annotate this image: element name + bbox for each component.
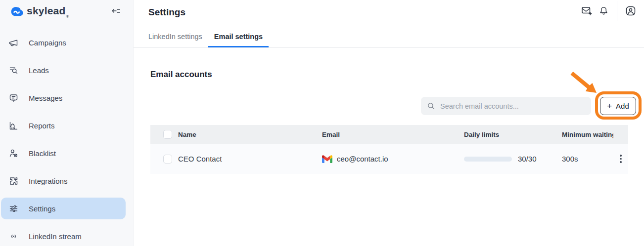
table-header-row: Name Email Daily limits Minimum waiting [150, 125, 628, 144]
registered-mark: ® [66, 14, 69, 19]
sidebar-item-integrations[interactable]: Integrations [1, 170, 126, 192]
account-email: ceo@contact.io [337, 155, 388, 163]
sidebar-item-blacklist[interactable]: Blacklist [1, 142, 126, 164]
search-icon [427, 102, 435, 110]
sidebar: skylead ® Campaigns Leads Messages Repor… [0, 0, 134, 246]
sliders-icon [8, 203, 19, 214]
sidebar-item-label: Integrations [29, 177, 67, 185]
daily-limit-progress-bar [464, 157, 512, 162]
reports-chart-icon [8, 120, 19, 131]
email-accounts-table: Name Email Daily limits Minimum waiting … [150, 125, 628, 174]
sidebar-item-linkedin-stream[interactable]: LinkedIn stream [1, 225, 126, 246]
add-email-account-button[interactable]: + Add [600, 97, 636, 115]
sidebar-item-label: Settings [29, 205, 55, 213]
add-button-label: Add [616, 102, 629, 110]
topbar: Settings [134, 0, 644, 22]
settings-tabbar: LinkedIn settings Email settings [134, 22, 644, 48]
daily-limit-value: 30/30 [518, 155, 537, 163]
sidebar-item-leads[interactable]: Leads [1, 59, 126, 81]
row-kebab-menu-icon[interactable] [618, 153, 624, 165]
sidebar-item-label: Campaigns [29, 39, 66, 47]
email-settings-panel: Email accounts + Add Name Email Daily li… [134, 48, 644, 246]
table-row: CEO Contact ceo@contact.io 30/30 300s [150, 144, 628, 174]
gmail-icon [322, 155, 332, 163]
leads-search-icon [8, 65, 19, 76]
annotation-arrow-icon [569, 69, 598, 95]
row-checkbox[interactable] [163, 155, 172, 164]
logo-row: skylead ® [0, 0, 133, 22]
sidebar-item-label: Reports [29, 122, 55, 130]
sidebar-item-reports[interactable]: Reports [1, 115, 126, 136]
section-title: Email accounts [150, 70, 212, 80]
column-header-minimum-waiting: Minimum waiting [562, 131, 613, 138]
main-area: Settings LinkedIn settings Email setting… [134, 0, 644, 246]
select-all-checkbox[interactable] [163, 130, 172, 139]
brand-name: skylead [27, 5, 65, 17]
account-avatar-icon[interactable] [622, 2, 639, 19]
sidebar-item-messages[interactable]: Messages [1, 87, 126, 109]
topbar-divider [617, 1, 617, 21]
column-header-daily-limits: Daily limits [464, 131, 562, 138]
minimum-waiting-value: 300s [562, 155, 613, 163]
account-name: CEO Contact [178, 155, 322, 163]
sidebar-item-label: LinkedIn stream [29, 232, 82, 241]
tab-email-settings[interactable]: Email settings [208, 33, 269, 47]
notifications-bell-icon[interactable] [595, 2, 612, 19]
column-header-email: Email [322, 131, 464, 138]
sidebar-item-label: Blacklist [29, 149, 56, 158]
puzzle-icon [8, 175, 19, 186]
sidebar-collapse-icon[interactable] [109, 4, 122, 17]
sidebar-item-label: Leads [29, 66, 49, 75]
blocked-user-icon [8, 148, 19, 159]
sidebar-item-campaigns[interactable]: Campaigns [1, 32, 126, 53]
search-email-accounts-input[interactable] [440, 102, 585, 110]
broadcast-icon [8, 231, 19, 242]
column-header-name: Name [178, 131, 322, 138]
sidebar-item-label: Messages [29, 94, 62, 102]
sidebar-item-settings[interactable]: Settings [1, 198, 126, 219]
skylead-cloud-logo-icon [9, 5, 24, 17]
topbar-icons [578, 1, 639, 21]
plus-icon: + [607, 102, 612, 110]
megaphone-icon [8, 37, 19, 48]
page-title: Settings [148, 4, 185, 18]
tab-linkedin-settings[interactable]: LinkedIn settings [142, 33, 208, 47]
compose-email-icon[interactable] [578, 2, 595, 19]
search-box [421, 97, 591, 115]
message-bubble-icon [8, 92, 19, 103]
sidebar-nav: Campaigns Leads Messages Reports Blackli… [0, 22, 133, 246]
